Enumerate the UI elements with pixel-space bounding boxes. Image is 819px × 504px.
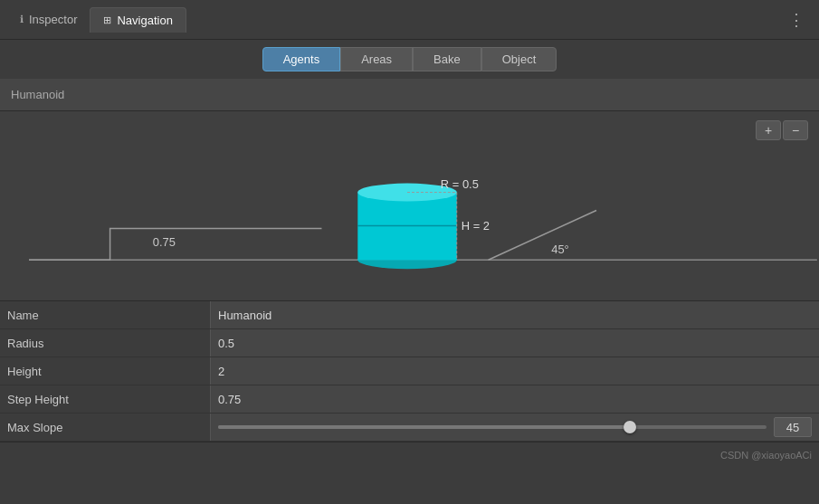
credit-text: CSDN @xiaoyaoACi xyxy=(720,450,812,461)
slope-value-display: 45 xyxy=(774,417,812,437)
slope-label: 45° xyxy=(551,242,569,256)
agent-name-label: Humanoid xyxy=(11,88,64,101)
name-input[interactable] xyxy=(218,309,819,322)
prop-row-height: Height xyxy=(0,357,819,385)
prop-label-name: Name xyxy=(0,309,210,322)
tab-inspector-label: Inspector xyxy=(29,13,77,26)
step-label: 0.75 xyxy=(153,235,176,249)
height-input[interactable] xyxy=(218,365,819,378)
nav-tab-agents[interactable]: Agents xyxy=(262,47,340,71)
more-options-button[interactable]: ⋮ xyxy=(781,6,812,33)
nav-tabs: Agents Areas Bake Object xyxy=(0,40,819,79)
prop-label-radius: Radius xyxy=(0,337,210,350)
tab-navigation-label: Navigation xyxy=(117,14,172,27)
nav-tab-areas[interactable]: Areas xyxy=(340,47,413,71)
prop-value-radius[interactable] xyxy=(210,329,819,357)
radius-input[interactable] xyxy=(218,337,819,350)
svg-line-1 xyxy=(489,210,596,260)
slope-slider-track[interactable] xyxy=(218,425,767,429)
prop-row-step-height: Step Height xyxy=(0,385,819,414)
agent-name-bar: Humanoid xyxy=(0,79,819,111)
tab-inspector[interactable]: ℹ Inspector xyxy=(7,7,90,32)
height-diagram-label: H = 2 xyxy=(462,219,490,233)
prop-value-name[interactable] xyxy=(210,301,819,328)
radius-diagram-label: R = 0.5 xyxy=(441,177,479,191)
agent-diagram: 0.75 45° R = 0.5 H = 2 xyxy=(0,111,819,300)
tab-navigation[interactable]: ⊞ Navigation xyxy=(90,7,186,33)
prop-label-max-slope: Max Slope xyxy=(0,421,210,434)
inspector-icon: ℹ xyxy=(20,14,24,25)
properties-section: Name Radius Height Step Height Max Slope xyxy=(0,301,819,442)
slope-slider-thumb[interactable] xyxy=(624,421,636,433)
prop-row-radius: Radius xyxy=(0,329,819,357)
nav-tab-bake[interactable]: Bake xyxy=(413,47,481,71)
footer: CSDN @xiaoyaoACi xyxy=(0,442,819,467)
step-height-input[interactable] xyxy=(218,393,819,406)
prop-label-step-height: Step Height xyxy=(0,393,210,406)
nav-tab-object[interactable]: Object xyxy=(481,47,557,71)
tab-bar: ℹ Inspector ⊞ Navigation ⋮ xyxy=(0,0,819,40)
prop-value-height[interactable] xyxy=(210,357,819,385)
prop-row-max-slope: Max Slope 45 xyxy=(0,414,819,442)
visualization-area: + − 0.75 45° R = 0.5 H = 2 xyxy=(0,111,819,301)
prop-value-step-height[interactable] xyxy=(210,385,819,413)
prop-row-name: Name xyxy=(0,301,819,329)
prop-label-height: Height xyxy=(0,365,210,378)
slider-container: 45 xyxy=(210,414,819,441)
navigation-icon: ⊞ xyxy=(103,14,111,26)
slope-slider-fill xyxy=(218,425,630,429)
